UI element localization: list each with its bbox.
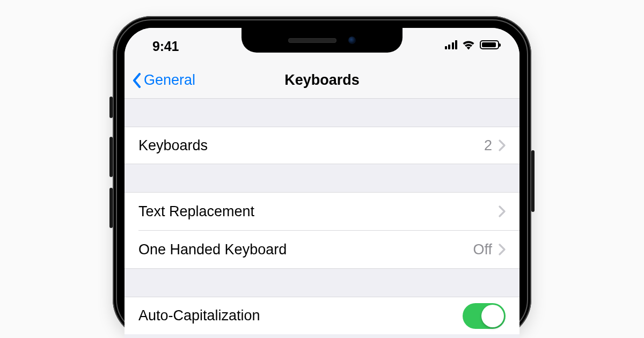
front-camera (348, 36, 356, 44)
phone-frame: 9:41 (113, 16, 531, 338)
group-spacer (125, 269, 519, 297)
row-label: Text Replacement (138, 203, 499, 220)
row-label: One Handed Keyboard (138, 241, 473, 258)
volume-down-button (109, 188, 113, 228)
chevron-right-icon (499, 205, 506, 217)
power-button (531, 150, 535, 212)
group-text-options: Text Replacement One Handed Keyboard Off (125, 192, 519, 269)
row-value: 2 (484, 137, 492, 154)
row-auto-capitalization[interactable]: Auto-Capitalization (125, 297, 519, 334)
wifi-icon (462, 40, 475, 50)
group-spacer (125, 99, 519, 127)
status-time: 9:41 (152, 39, 179, 54)
chevron-right-icon (499, 139, 506, 151)
row-value: Off (473, 241, 492, 258)
row-one-handed-keyboard[interactable]: One Handed Keyboard Off (125, 231, 519, 268)
row-text-replacement[interactable]: Text Replacement (125, 193, 519, 230)
chevron-right-icon (499, 244, 506, 255)
notch (241, 28, 402, 53)
battery-icon (480, 40, 499, 49)
volume-up-button (109, 137, 113, 177)
row-label: Keyboards (138, 137, 484, 154)
toggle-knob (481, 305, 504, 327)
nav-header: General Keyboards (125, 62, 519, 99)
group-spacer (125, 164, 519, 192)
auto-capitalization-toggle[interactable] (463, 303, 506, 329)
chevron-left-icon (132, 72, 142, 89)
status-icons (445, 40, 500, 50)
silence-switch (109, 97, 113, 118)
cellular-signal-icon (445, 40, 458, 49)
back-button[interactable]: General (132, 62, 195, 98)
screen: 9:41 (125, 28, 519, 338)
back-label: General (144, 72, 195, 89)
row-label: Auto-Capitalization (138, 307, 463, 324)
row-keyboards[interactable]: Keyboards 2 (125, 127, 519, 164)
speaker-grill (288, 38, 336, 43)
